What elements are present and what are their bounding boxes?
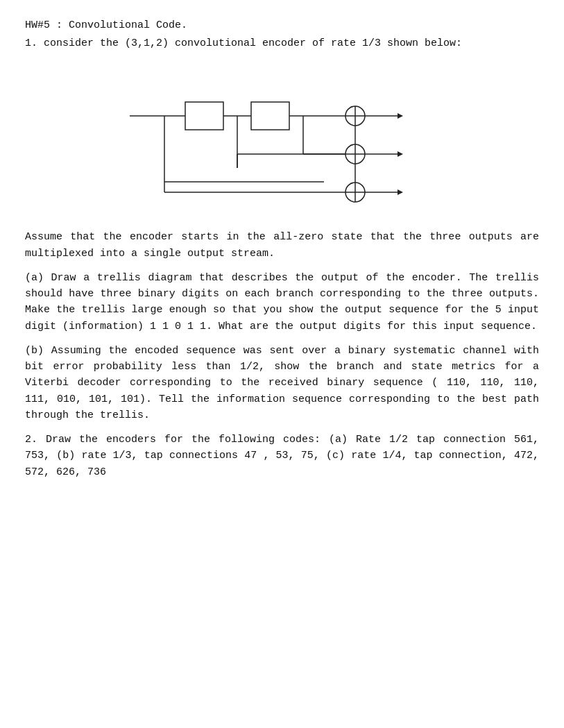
svg-rect-1 (185, 102, 223, 130)
problem2-text: 2. Draw the encoders for the following c… (25, 432, 539, 480)
problem1-intro: 1. consider the (3,1,2) convolutional en… (25, 35, 539, 51)
svg-marker-29 (398, 189, 403, 195)
circuit-diagram (25, 64, 539, 217)
svg-marker-22 (398, 151, 403, 157)
svg-marker-14 (398, 113, 403, 119)
assume-text: Assume that the encoder starts in the al… (25, 229, 539, 262)
svg-rect-3 (251, 102, 289, 130)
page-title: HW#5 : Convolutional Code. (25, 19, 539, 31)
part-a-text: (a) Draw a trellis diagram that describe… (25, 270, 539, 335)
part-b-text: (b) Assuming the encoded sequence was se… (25, 343, 539, 423)
